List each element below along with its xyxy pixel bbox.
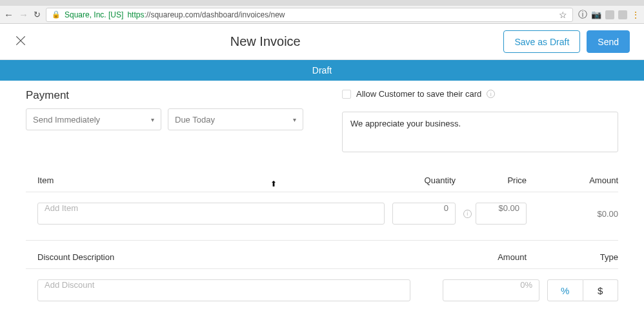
discount-header-type: Type: [534, 252, 618, 262]
send-button[interactable]: Send: [587, 30, 630, 53]
reload-button[interactable]: ↻: [34, 10, 41, 19]
item-row: Add Item 0 i $0.00 $0.00: [26, 203, 618, 241]
chevron-down-icon: ▾: [293, 116, 296, 123]
message-value: We appreciate your business.: [350, 119, 461, 128]
due-date-select[interactable]: Due Today ▾: [168, 108, 303, 130]
items-header-item: Item: [26, 176, 392, 185]
discount-header-amount: Amount: [405, 252, 534, 262]
discount-type-toggle: % $: [547, 279, 618, 301]
save-as-draft-button[interactable]: Save as Draft: [503, 30, 580, 53]
extension-icon-1[interactable]: [605, 10, 614, 19]
quantity-input[interactable]: 0: [392, 203, 456, 225]
status-banner: Draft: [0, 60, 644, 81]
send-timing-select[interactable]: Send Immediately ▾: [26, 108, 161, 130]
bookmark-icon[interactable]: ☆: [559, 10, 567, 20]
items-header-amount: Amount: [534, 176, 618, 185]
info-icon[interactable]: i: [487, 90, 495, 98]
payment-section-title: Payment: [26, 89, 303, 102]
price-input[interactable]: $0.00: [476, 203, 527, 225]
status-banner-text: Draft: [312, 65, 332, 75]
address-bar[interactable]: 🔒 Square, Inc. [US] https://squareup.com…: [46, 8, 573, 22]
browser-toolbar: ← → ↻ 🔒 Square, Inc. [US] https://square…: [0, 6, 644, 24]
message-textarea[interactable]: We appreciate your business.: [342, 112, 618, 152]
extension-info-icon[interactable]: ⓘ: [578, 9, 587, 21]
close-icon: [14, 34, 27, 47]
extension-camera-icon[interactable]: 📷: [591, 10, 601, 19]
close-button[interactable]: [14, 34, 27, 49]
discount-amount-placeholder: 0%: [450, 280, 532, 290]
extension-icon-2[interactable]: [618, 10, 627, 19]
add-discount-placeholder-text: Add Discount: [45, 280, 94, 290]
item-amount: $0.00: [534, 209, 618, 219]
site-org: Square, Inc. [US]: [65, 10, 123, 19]
add-item-placeholder-text: Add Item: [45, 203, 78, 213]
discount-amount-input[interactable]: 0%: [443, 279, 539, 301]
chevron-down-icon: ▾: [151, 116, 154, 123]
add-item-input[interactable]: Add Item: [37, 203, 385, 225]
discount-header-desc: Discount Description: [26, 252, 405, 262]
allow-save-card-checkbox[interactable]: [342, 90, 351, 99]
browser-menu-icon[interactable]: ⋮: [631, 10, 640, 19]
discount-row: Add Discount 0% % $: [26, 279, 618, 301]
page-title: New Invoice: [27, 34, 503, 49]
add-discount-input[interactable]: Add Discount: [37, 279, 410, 301]
lock-icon: 🔒: [52, 10, 61, 19]
price-value: $0.00: [483, 203, 519, 213]
allow-save-card-label: Allow Customer to save their card: [356, 89, 481, 99]
forward-button[interactable]: →: [19, 9, 28, 20]
back-button[interactable]: ←: [4, 9, 14, 20]
app-header: New Invoice Save as Draft Send: [0, 24, 644, 60]
browser-tabstrip: [0, 0, 644, 6]
items-header-quantity: Quantity: [392, 176, 463, 185]
items-header-price: Price: [463, 176, 534, 185]
discount-type-currency[interactable]: $: [583, 279, 619, 301]
discount-type-percent[interactable]: %: [547, 279, 583, 301]
quantity-value: 0: [399, 203, 448, 213]
due-date-value: Due Today: [175, 115, 215, 125]
send-timing-value: Send Immediately: [33, 115, 100, 125]
info-icon[interactable]: i: [463, 210, 472, 218]
url-text: https://squareup.com/dashboard/invoices/…: [127, 10, 285, 19]
